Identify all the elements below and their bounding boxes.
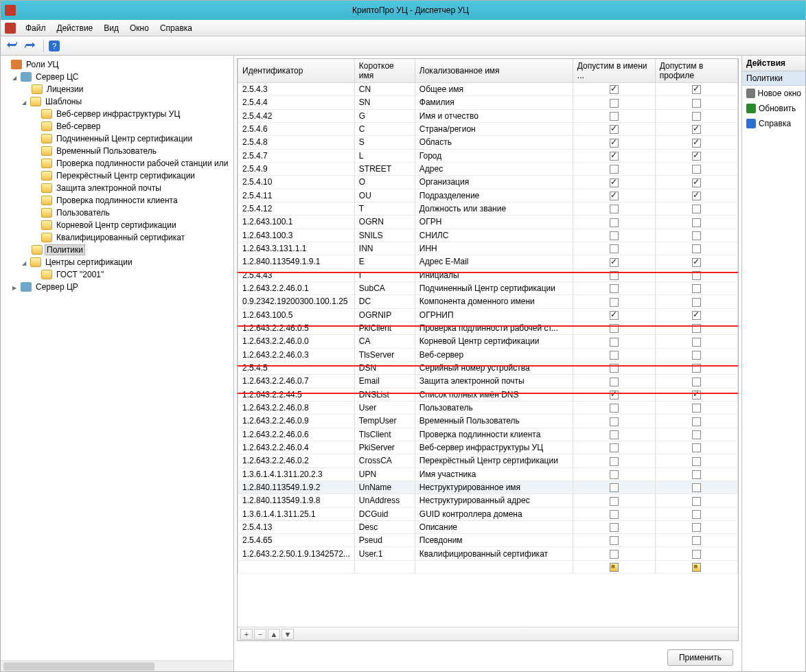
checkbox-in-name[interactable] [610, 497, 619, 506]
checkbox-in-profile[interactable] [692, 443, 701, 452]
table-row[interactable]: 2.5.4.3CNОбщее имя [238, 83, 738, 96]
tree-server-cr[interactable]: Сервер ЦР [34, 282, 80, 292]
tree-template-item[interactable]: Квалифицированный сертификат [54, 233, 187, 242]
checkbox-in-profile[interactable] [692, 523, 701, 532]
tree-template-item[interactable]: Временный Пользователь [54, 146, 159, 156]
table-row[interactable]: 1.2.643.2.2.44.5DNSListСписок полных имё… [238, 388, 738, 401]
checkbox-in-profile[interactable] [692, 324, 701, 333]
move-down-button[interactable]: ▼ [281, 629, 294, 640]
checkbox-in-name[interactable] [610, 523, 619, 532]
table-row[interactable]: 1.2.643.2.2.46.0.9TempUserВременный Поль… [238, 415, 738, 428]
checkbox-in-name[interactable] [610, 125, 619, 134]
checkbox-in-name[interactable] [610, 271, 619, 280]
checkbox-in-name[interactable] [610, 311, 619, 320]
tree-horizontal-scrollbar[interactable] [1, 660, 233, 671]
checkbox-in-profile[interactable] [692, 311, 701, 320]
action-help[interactable]: Справка [742, 116, 805, 131]
table-row[interactable]: 2.5.4.12TДолжность или звание [238, 202, 738, 215]
table-row[interactable]: 1.2.643.2.2.46.0.0CAКорневой Центр серти… [238, 335, 738, 348]
twisty[interactable] [10, 73, 19, 81]
tree-server-cs[interactable]: Сервер ЦС [34, 72, 80, 82]
table-row[interactable]: 1.2.643.2.2.46.0.3TlsServerВеб-сервер [238, 348, 738, 361]
table-row[interactable]: 2.5.4.9STREETАдрес [238, 162, 738, 175]
checkbox-in-name[interactable] [610, 205, 619, 213]
checkbox-in-name[interactable] [610, 351, 619, 360]
checkbox-in-profile[interactable] [692, 391, 701, 399]
col-id[interactable]: Идентификатор [238, 59, 355, 83]
checkbox-in-profile[interactable] [692, 298, 701, 307]
checkbox-in-profile[interactable] [692, 550, 701, 559]
remove-row-button[interactable]: − [254, 629, 266, 640]
checkbox-in-profile[interactable] [692, 244, 701, 253]
table-row[interactable]: 1.2.840.113549.1.9.2UnNameНеструктуриров… [238, 480, 738, 494]
checkbox-in-name[interactable] [610, 550, 619, 559]
tree-template-item[interactable]: Пользователь [54, 208, 112, 218]
menu-file[interactable]: Файл [20, 20, 51, 36]
checkbox-in-name[interactable] [610, 231, 619, 240]
checkbox-in-profile[interactable] [692, 125, 701, 134]
grid[interactable]: Идентификатор Короткое имя Локализованно… [238, 59, 738, 574]
table-row[interactable]: 2.5.4.11OUПодразделение [238, 189, 738, 202]
table-row[interactable]: 2.5.4.6CСтрана/регион [238, 122, 738, 135]
checkbox-in-profile[interactable] [692, 271, 701, 280]
checkbox-in-name[interactable] [610, 85, 619, 94]
table-row[interactable]: 2.5.4.13DescОписание [238, 520, 738, 533]
checkbox-in-profile[interactable] [692, 404, 701, 413]
checkbox-in-name[interactable] [610, 139, 619, 148]
checkbox-in-profile[interactable] [692, 85, 701, 94]
checkbox-in-name[interactable] [610, 378, 619, 386]
checkbox-in-profile[interactable] [692, 192, 701, 200]
tree-root[interactable]: Роли УЦ [24, 60, 60, 69]
menu-help[interactable]: Справка [154, 20, 198, 36]
table-row[interactable]: 0.9.2342.19200300.100.1.25DCКомпонента д… [238, 295, 738, 308]
checkbox-in-name[interactable] [610, 324, 619, 333]
checkbox-in-profile[interactable] [692, 205, 701, 213]
action-refresh[interactable]: Обновить [742, 101, 805, 116]
tree-policies[interactable]: Политики [45, 244, 85, 255]
checkbox-in-profile[interactable] [692, 231, 701, 240]
checkbox-in-name[interactable] [610, 165, 619, 174]
table-row[interactable]: 1.3.6.1.4.1.311.20.2.3UPNИмя участника [238, 467, 738, 480]
checkbox-in-profile[interactable] [692, 430, 701, 439]
twisty[interactable] [10, 283, 19, 291]
checkbox-in-name[interactable] [610, 178, 619, 187]
checkbox-in-profile[interactable] [692, 457, 701, 466]
checkbox-in-name[interactable] [610, 510, 619, 519]
col-in-profile[interactable]: Допустим в профиле [655, 59, 737, 83]
checkbox-in-profile[interactable] [692, 364, 701, 373]
col-loc[interactable]: Локализованное имя [415, 59, 573, 83]
tree-templates[interactable]: Шаблоны [43, 97, 84, 106]
checkbox-in-profile[interactable] [692, 470, 701, 479]
add-row-button[interactable]: + [240, 629, 253, 640]
table-row[interactable]: 1.2.643.2.2.46.0.5PkiClientПроверка подл… [238, 321, 738, 334]
checkbox-in-name[interactable] [610, 483, 619, 492]
apply-button[interactable]: Применить [667, 649, 733, 666]
table-row[interactable]: 2.5.4.10OОрганизация [238, 176, 738, 189]
checkbox-in-profile[interactable] [692, 483, 701, 492]
twisty[interactable] [20, 98, 28, 106]
table-row[interactable]: 1.2.643.2.2.46.0.4PkiServerВеб-сервер ин… [238, 441, 738, 454]
checkbox-in-name[interactable] [610, 112, 619, 121]
table-row[interactable]: 1.2.840.113549.1.9.1EАдрес E-Mail [238, 255, 738, 268]
checkbox-in-name[interactable] [610, 391, 619, 399]
table-row[interactable]: 2.5.4.7LГород [238, 149, 738, 162]
checkbox-in-name[interactable] [610, 457, 619, 466]
table-row[interactable]: 1.2.840.113549.1.9.8UnAddressНеструктури… [238, 494, 738, 507]
checkbox-in-name[interactable] [610, 244, 619, 253]
table-row[interactable]: 1.2.643.100.3SNILSСНИЛС [238, 229, 738, 242]
tree-template-item[interactable]: Веб-сервер [54, 121, 102, 131]
tree-gost[interactable]: ГОСТ "2001" [54, 270, 106, 279]
checkbox-in-name[interactable] [610, 364, 619, 373]
table-row[interactable]: 1.2.643.2.2.46.0.8UserПользователь [238, 401, 738, 414]
tree-template-item[interactable]: Защита электронной почты [54, 183, 163, 193]
checkbox-in-name[interactable] [610, 218, 619, 227]
checkbox-in-profile[interactable] [692, 351, 701, 360]
checkbox-in-name[interactable] [610, 443, 619, 452]
table-row[interactable]: 1.2.643.2.2.46.0.6TlsClientПроверка подл… [238, 428, 738, 441]
table-row[interactable]: 2.5.4.65PseudПсевдоним [238, 534, 738, 547]
help-button[interactable]: ? [47, 38, 62, 54]
table-row[interactable]: 1.2.643.2.2.46.0.1SubCAПодчиненный Центр… [238, 281, 738, 294]
checkbox-in-profile[interactable] [692, 178, 701, 187]
tree-template-item[interactable]: Корневой Центр сертификации [54, 220, 179, 230]
menu-window[interactable]: Окно [124, 20, 154, 36]
